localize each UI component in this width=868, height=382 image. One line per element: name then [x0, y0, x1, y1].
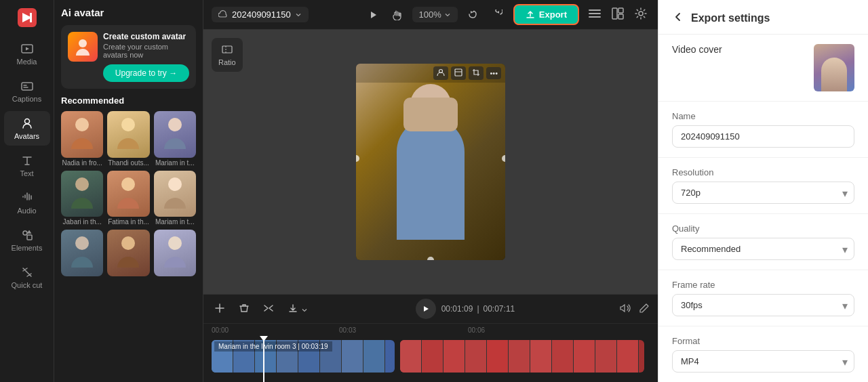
zoom-button[interactable]: 100% — [412, 7, 458, 22]
svg-rect-5 — [27, 235, 32, 240]
avatar-card-7[interactable] — [61, 230, 103, 276]
promo-subtitle: Create your custom avatars now — [103, 43, 189, 59]
sidebar-item-elements[interactable]: Elements — [4, 223, 50, 257]
playhead[interactable] — [263, 336, 264, 382]
avatar-caption-2: Thandi outs... — [107, 159, 149, 167]
avatar-card-3[interactable] — [154, 111, 196, 158]
export-back-button[interactable] — [672, 11, 684, 26]
sidebar-item-quickcut-label: Quick cut — [12, 281, 43, 289]
sidebar-item-captions-label: Captions — [12, 95, 41, 103]
total-time: 00:07:11 — [484, 304, 515, 314]
upgrade-button[interactable]: Upgrade to try → — [103, 64, 189, 82]
promo-thumbnail — [68, 32, 98, 62]
video-more-btn[interactable]: ••• — [486, 67, 501, 79]
quality-section: Quality Recommended Low Medium High ▾ — [658, 214, 868, 270]
video-cover-label: Video cover — [672, 44, 722, 55]
sidebar: Media Captions Avatars Text Audio Elemen… — [0, 0, 54, 382]
svg-point-12 — [168, 177, 182, 191]
timeline-track: Mariam in the livin room 3 | 00:03:19 — [203, 336, 658, 382]
avatar-card-5[interactable] — [107, 171, 149, 217]
timeline-controls: 00:01:09 | 00:07:11 — [203, 295, 658, 324]
sidebar-item-media[interactable]: Media — [4, 37, 50, 71]
panel-title: Ai avatar — [61, 7, 196, 18]
track-clip-2[interactable] — [400, 340, 644, 373]
avatar-caption-5: Fatima in th... — [107, 218, 149, 226]
track-clip-1[interactable]: Mariam in the livin room 3 | 00:03:19 — [212, 340, 395, 373]
resolution-select[interactable]: 720p 360p 480p 1080p — [672, 182, 854, 204]
undo-button[interactable] — [463, 7, 482, 23]
name-section: Name — [658, 102, 868, 158]
redo-button[interactable] — [488, 7, 507, 23]
quality-select[interactable]: Recommended Low Medium High — [672, 238, 854, 260]
avatar-panel: Ai avatar Create custom avatar Create yo… — [54, 0, 203, 382]
hand-tool-button[interactable] — [388, 7, 407, 23]
resize-handle-right[interactable] — [502, 155, 505, 162]
framerate-select[interactable]: 30fps 24fps 60fps — [672, 294, 854, 316]
play-tool-button[interactable] — [363, 7, 382, 23]
playhead-triangle — [260, 336, 268, 341]
download-button[interactable] — [285, 301, 311, 317]
video-crop-btn[interactable] — [469, 66, 484, 80]
svg-point-4 — [23, 231, 27, 235]
avatar-card-9[interactable] — [154, 230, 196, 276]
topbar-tools: 100% — [363, 7, 507, 23]
quality-select-wrapper: Recommended Low Medium High ▾ — [672, 238, 854, 260]
video-layout-btn[interactable] — [451, 66, 466, 80]
sidebar-item-audio-label: Audio — [17, 207, 36, 215]
time-separator: | — [477, 304, 479, 314]
avatar-card-8[interactable] — [107, 230, 149, 276]
ratio-button[interactable]: Ratio — [212, 38, 243, 72]
menu-icon — [589, 7, 601, 20]
avatar-column-6: Mariam in t... — [154, 171, 196, 226]
format-select-wrapper: MP4 MOV AVI ▾ — [672, 350, 854, 373]
avatar-column-4: Jabari in th... — [61, 171, 103, 226]
svg-point-15 — [168, 236, 182, 250]
avatar-column-9 — [154, 230, 196, 278]
volume-button[interactable] — [620, 303, 631, 316]
video-avatar-btn[interactable] — [433, 66, 448, 80]
export-button[interactable]: Export — [513, 4, 579, 25]
topbar-icons — [586, 5, 650, 24]
name-input[interactable] — [672, 125, 854, 148]
settings-button[interactable] — [632, 5, 650, 24]
timeline-time: 00:01:09 | 00:07:11 — [441, 304, 515, 314]
trim-button[interactable] — [212, 301, 228, 317]
avatar-card-4[interactable] — [61, 171, 103, 217]
split-button[interactable] — [260, 301, 277, 317]
sidebar-item-audio[interactable]: Audio — [4, 186, 50, 220]
avatar-card-2[interactable] — [107, 111, 149, 158]
avatar-card-1[interactable] — [61, 111, 103, 158]
menu-button[interactable] — [586, 5, 604, 24]
layout-button[interactable] — [609, 5, 627, 24]
trash-icon — [239, 303, 250, 314]
sidebar-item-text[interactable]: Text — [4, 148, 50, 183]
sidebar-item-quickcut[interactable]: Quick cut — [4, 260, 50, 295]
svg-point-10 — [75, 177, 89, 191]
undo-icon — [467, 9, 478, 20]
format-row: Format MP4 MOV AVI ▾ — [672, 336, 854, 373]
format-select[interactable]: MP4 MOV AVI — [672, 350, 854, 373]
framerate-section: Frame rate 30fps 24fps 60fps ▾ — [658, 270, 868, 326]
video-crop-icon — [472, 68, 480, 77]
timeline: 00:01:09 | 00:07:11 00:00 00:03 00:06 — [203, 294, 658, 382]
play-button[interactable] — [416, 299, 436, 319]
sidebar-item-avatars[interactable]: Avatars — [4, 111, 50, 146]
back-arrow-icon — [672, 11, 684, 23]
video-toolbar: ••• — [356, 64, 505, 83]
topbar: 202409091150 100% Export — [203, 0, 658, 30]
delete-button[interactable] — [236, 301, 252, 317]
svg-rect-25 — [455, 69, 462, 76]
svg-rect-2 — [22, 83, 33, 90]
export-panel: Export settings Video cover Name Resolut… — [658, 0, 868, 382]
clip-frames-2 — [400, 340, 639, 373]
avatar-column-5: Fatima in th... — [107, 171, 149, 226]
chevron-down-icon — [295, 12, 302, 18]
redo-icon — [492, 9, 502, 20]
split-icon — [263, 303, 274, 314]
sidebar-item-captions[interactable]: Captions — [4, 74, 50, 108]
ruler-mark-1: 00:03 — [339, 326, 356, 334]
edit-button[interactable] — [639, 303, 650, 316]
video-cover-thumbnail[interactable] — [814, 44, 854, 91]
project-name[interactable]: 202409091150 — [212, 7, 309, 22]
avatar-card-6[interactable] — [154, 171, 196, 217]
